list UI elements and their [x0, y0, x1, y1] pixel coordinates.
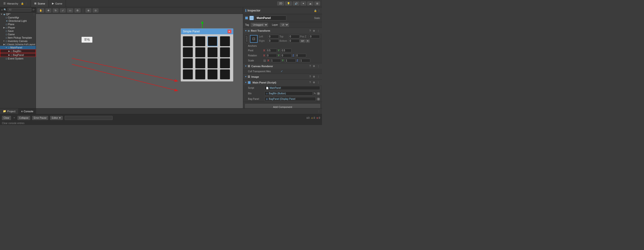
inspector-menu-icon[interactable]: ⋮: [318, 9, 320, 12]
layer-select[interactable]: UI: [280, 23, 289, 27]
scale-tool-btn[interactable]: ⤢: [60, 9, 66, 13]
bagpanel-circle-btn[interactable]: ◎: [317, 97, 320, 101]
canvas-renderer-header[interactable]: ▾ 🖼 Canvas Renderer ? ⚙ ⋮: [243, 63, 322, 69]
rot-y-input[interactable]: [281, 54, 292, 57]
mainpanel-icon: □: [8, 46, 10, 49]
canvas-menu-btn[interactable]: ⋮: [317, 65, 320, 67]
hierarchy-item-mainpanel[interactable]: ▾ □ MainPanel: [0, 46, 36, 49]
bottom-input[interactable]: [289, 39, 300, 43]
hand-tool-btn[interactable]: ✋: [38, 9, 44, 13]
object-enable-checkbox[interactable]: [245, 17, 248, 20]
tab-project[interactable]: 📁 Project: [0, 108, 18, 114]
hierarchy-item-gamemgr[interactable]: □ GameMgr: [0, 16, 36, 19]
skybox-btn[interactable]: ☁: [307, 2, 314, 6]
script-enable-checkbox[interactable]: [248, 81, 250, 84]
qf-menu[interactable]: ⋮: [33, 13, 35, 16]
hierarchy-item-item-pickup[interactable]: □ Item Pickup Template: [0, 36, 36, 39]
tab-console[interactable]: ≡ Console: [18, 108, 36, 114]
left-input[interactable]: [268, 35, 279, 38]
main-panel-script-header[interactable]: ▾ Main Panel (Script) ? ⚙ ⋮: [243, 80, 322, 85]
add-component-btn[interactable]: Add Component: [245, 104, 320, 108]
fx-btn[interactable]: ✦: [300, 2, 306, 6]
simple-panel-header: Simple Panel ✕: [181, 29, 233, 34]
rot-x-input[interactable]: [266, 54, 277, 57]
tag-select[interactable]: Untagged: [251, 23, 268, 27]
image-settings-btn[interactable]: ⚙: [312, 75, 316, 78]
hierarchy-item-player[interactable]: ▶ □ Player: [0, 26, 36, 29]
error-pause-btn[interactable]: Error Pause: [32, 116, 48, 120]
hierarchy-item-game[interactable]: □ Game: [0, 33, 36, 36]
btn-circle-btn[interactable]: ◎: [317, 92, 320, 95]
rect-bp-btn[interactable]: BP: [300, 39, 305, 43]
script-menu-btn[interactable]: ⋮: [317, 81, 320, 84]
canvas-help-btn[interactable]: ?: [309, 65, 311, 67]
bottom-bar-menu[interactable]: ⋮: [318, 110, 322, 113]
tab-scene[interactable]: ⊞ Scene: [31, 0, 49, 7]
pivot-btn[interactable]: ⊕: [86, 9, 91, 13]
sound-btn[interactable]: 🔊: [293, 2, 300, 6]
error-count-badge: ⊗ 0: [316, 117, 320, 119]
move-tool-btn[interactable]: ✥: [46, 9, 51, 13]
cull-row: Cull Transparent Mes ✓: [243, 69, 322, 74]
image-header[interactable]: ▾ 🖼 Image ? ⚙ ⋮: [243, 74, 322, 79]
hierarchy-item-plane[interactable]: □ Plane: [0, 23, 36, 26]
canvas-settings-btn[interactable]: ⚙: [312, 65, 316, 67]
hierarchy-search-input[interactable]: [8, 8, 32, 12]
hierarchy-item-bagbtn[interactable]: ▶ □ BagBtn: [0, 49, 36, 53]
editor-btn[interactable]: Editor ▼: [50, 116, 63, 120]
hierarchy-item-event-system[interactable]: □ Event System: [0, 57, 36, 60]
console-search-input[interactable]: [65, 116, 112, 120]
scale-y-input[interactable]: [285, 59, 296, 62]
scale-x-input[interactable]: [270, 59, 281, 62]
custom-tool-btn[interactable]: ⚙: [74, 9, 80, 13]
simple-panel-close-btn[interactable]: ✕: [227, 30, 231, 33]
bagpanel-field-value: ⊞ BagPanel (Display Panel: [264, 97, 316, 101]
add-hierarchy-btn[interactable]: +: [1, 9, 3, 11]
image-menu-btn[interactable]: ⋮: [317, 75, 320, 78]
rect-settings-btn[interactable]: ⚙: [312, 30, 316, 32]
rect-help-btn[interactable]: ?: [309, 30, 311, 32]
script-settings-btn[interactable]: ⚙: [312, 81, 316, 84]
canvas-renderer-icon: 🖼: [248, 65, 250, 67]
top-input[interactable]: [289, 35, 300, 38]
rect-transform-header[interactable]: ▾ ⊞ Rect Transform ? ⚙ ⋮: [243, 28, 322, 34]
2d-btn[interactable]: 2D: [277, 2, 284, 6]
light-btn[interactable]: 💡: [285, 2, 292, 6]
rect-tool-btn[interactable]: ▭: [67, 9, 73, 13]
anchor-preview[interactable]: [250, 35, 258, 43]
global-btn[interactable]: ⊙: [93, 9, 98, 13]
tab-hierarchy[interactable]: ☰ Hierarchy 🔒 ⋮: [0, 0, 31, 7]
qf-icon: ◈: [3, 13, 5, 16]
simple-panel-body: [181, 34, 233, 81]
rect-r-btn[interactable]: R: [306, 39, 310, 43]
right-input[interactable]: [268, 39, 279, 43]
image-help-btn[interactable]: ?: [309, 75, 311, 78]
hierarchy-item-inventory-canvas[interactable]: ▾ □ Inventory Canvas: [0, 39, 36, 43]
rect-menu-btn[interactable]: ⋮: [317, 30, 320, 32]
pivot-x-input[interactable]: [266, 49, 277, 52]
clear-btn[interactable]: Clear: [2, 116, 11, 120]
hierarchy-refresh-icon[interactable]: ⟳: [32, 9, 34, 11]
script-help-btn[interactable]: ?: [309, 81, 311, 84]
hierarchy-item-directional-light[interactable]: ☀ Directional Light: [0, 19, 36, 23]
pivot-y-input[interactable]: [281, 49, 292, 52]
hierarchy-item-classic-schema[interactable]: ▶ □ Classic Schema Full Layout: [0, 43, 36, 46]
rotate-tool-btn[interactable]: ↻: [53, 9, 58, 13]
scene-canvas[interactable]: 背包 Simple Panel ✕: [36, 14, 243, 108]
hierarchy-icon: ☰: [3, 2, 6, 5]
hierarchy-item-qf[interactable]: ▾ ◈ QF* ⋮: [0, 13, 36, 16]
pivot-label: Pivot: [248, 49, 262, 52]
btn-edit-btn[interactable]: ✎: [314, 92, 316, 95]
rot-z-input[interactable]: [296, 54, 306, 57]
hierarchy-item-bagpanel[interactable]: ▶ □ BagPanel: [0, 53, 36, 57]
posz-input[interactable]: [309, 35, 320, 38]
object-name-input[interactable]: [255, 16, 286, 20]
hierarchy-item-save[interactable]: □ Save: [0, 29, 36, 33]
scale-z-input[interactable]: [300, 59, 310, 62]
console-note: Clear console entries: [0, 121, 322, 125]
inspector-lock-icon[interactable]: 🔒: [314, 9, 317, 12]
grid-btn[interactable]: ⊞: [314, 2, 320, 6]
tab-game[interactable]: ▶ Game: [49, 0, 66, 7]
collapse-btn[interactable]: Collapse: [18, 116, 30, 120]
image-icon: 🖼: [248, 75, 250, 78]
